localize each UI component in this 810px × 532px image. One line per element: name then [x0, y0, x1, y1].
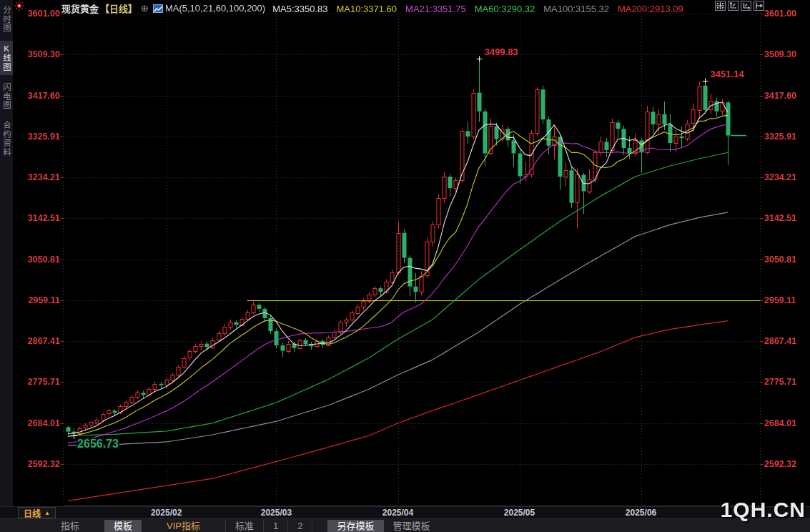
y-axis-label: 3142.51 — [10, 213, 60, 223]
ma-value: MA10:3371.60 — [337, 4, 397, 14]
ma-group-label: MA(5,10,21,60,100,200) — [165, 3, 265, 14]
pan-right-icon[interactable] — [754, 1, 764, 11]
trading-app-window: 现货黄金 【日线】 ⊕ MA(5,10,21,60,100,200) MA5:3… — [0, 0, 810, 532]
ma-value: MA5:3350.83 — [272, 4, 327, 14]
y-axis-label: 2959.11 — [764, 295, 809, 305]
axis-zoom-vertical-icon[interactable] — [728, 1, 739, 11]
candlestick-chart-canvas[interactable] — [0, 0, 810, 532]
y-axis-label: 3325.91 — [10, 132, 60, 142]
toolbar-tab-2[interactable]: 2 — [287, 520, 312, 532]
y-axis-label: 3325.91 — [764, 132, 809, 142]
period-selector-label: 日线 — [24, 507, 41, 519]
toolbar-tab-1[interactable]: 1 — [263, 520, 288, 532]
toolbar-tab-另存模板[interactable]: 另存模板 — [327, 520, 383, 532]
ma-values-row: MA5:3350.83MA10:3371.60MA21:3351.75MA60:… — [272, 2, 692, 15]
x-axis-label: 2025/03 — [261, 508, 292, 518]
compare-icon[interactable]: ⊕ — [141, 3, 149, 14]
y-axis-label: 2959.11 — [10, 295, 60, 305]
y-axis-label: 3509.30 — [764, 49, 809, 59]
indicator-icon[interactable] — [153, 4, 163, 13]
y-axis-label: 2867.41 — [764, 336, 809, 346]
toolbar-tab-指标[interactable]: 指标 — [51, 520, 89, 532]
toolbar-tab-VIP指标[interactable]: VIP指标 — [157, 520, 209, 532]
sidebar-item-合约资料[interactable]: 合约资料 — [0, 117, 13, 160]
toolbar-tab-模板[interactable]: 模板 — [104, 520, 142, 532]
y-axis-label: 3509.30 — [10, 49, 60, 59]
ma-value: MA100:3155.32 — [543, 4, 609, 14]
y-axis-label: 3234.21 — [764, 172, 809, 182]
y-axis-label: 2684.01 — [10, 418, 60, 428]
ma-value: MA21:3351.75 — [405, 4, 466, 14]
y-axis-label: 3142.51 — [764, 213, 809, 223]
header-toolbar — [713, 1, 764, 11]
x-axis-label: 2025/05 — [504, 508, 535, 518]
sidebar-item-闪电图[interactable]: 闪电图 — [0, 79, 13, 114]
axis-zoom-horizontal-icon[interactable] — [741, 1, 751, 11]
symbol-name: 现货黄金 — [61, 1, 99, 15]
x-axis-label: 2025/04 — [382, 508, 413, 518]
sidebar-item-K线图[interactable]: K线图 — [0, 41, 13, 75]
crosshair-move-icon[interactable] — [715, 1, 726, 11]
ma-value: MA200:2913.09 — [618, 4, 683, 14]
ma-value: MA60:3290.32 — [475, 4, 535, 14]
y-axis-label: 2775.71 — [10, 377, 60, 387]
y-axis-label: 3050.81 — [764, 255, 809, 265]
left-sidebar: 分时图K线图闪电图合约资料 — [0, 0, 13, 506]
triangle-up-icon: ▲ — [44, 510, 50, 516]
y-axis-label: 2684.01 — [764, 418, 809, 428]
live-indicator-icon — [14, 1, 24, 11]
y-axis-label: 3234.21 — [10, 172, 60, 182]
y-axis-label: 2867.41 — [10, 336, 60, 346]
y-axis-label: 2592.32 — [10, 459, 60, 469]
x-axis-strip[interactable]: 日线 ▲ 2025/022025/032025/042025/052025/06 — [0, 506, 810, 518]
y-axis-label: 3050.81 — [10, 255, 60, 265]
x-axis-label: 2025/06 — [626, 508, 656, 518]
toolbar-tab-管理模板[interactable]: 管理模板 — [384, 520, 440, 532]
period-selector-button[interactable]: 日线 ▲ — [18, 507, 56, 518]
period-label: 【日线】 — [100, 1, 137, 15]
watermark: 1QH.CN — [721, 498, 806, 522]
x-axis-label: 2025/02 — [151, 508, 182, 518]
toolbar-tab-标准[interactable]: 标准 — [225, 520, 264, 532]
y-axis-label: 3417.60 — [764, 91, 809, 101]
y-axis-label: 2775.71 — [764, 377, 809, 387]
y-axis-label: 2592.32 — [764, 459, 809, 469]
bottom-toolbar: 指标模板VIP指标标准12另存模板管理模板 — [0, 518, 810, 532]
y-axis-label: 3417.60 — [10, 91, 60, 101]
chart-header: 现货黄金 【日线】 ⊕ MA(5,10,21,60,100,200) MA5:3… — [0, 0, 810, 14]
